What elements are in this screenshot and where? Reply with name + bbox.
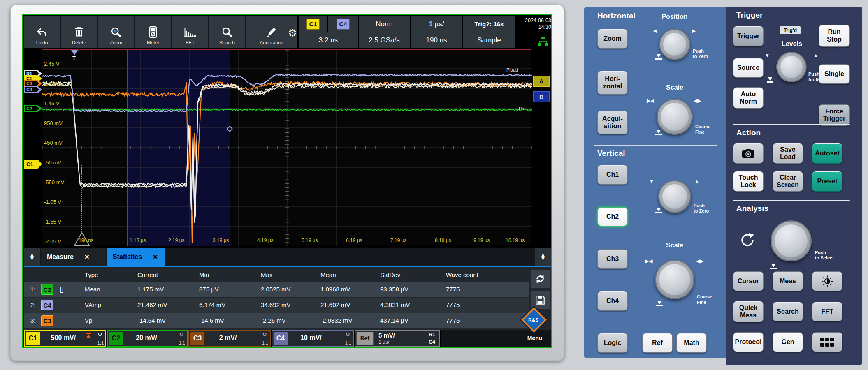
close-icon[interactable]: ✕ — [84, 253, 90, 261]
channel-bar-c2[interactable]: C2 20 mV/ Ω 1:1 — [107, 330, 188, 347]
search-button[interactable]: Search — [209, 16, 245, 48]
c2-waveform-tag[interactable]: C2 — [24, 105, 42, 112]
table-row[interactable]: 1: C2 [] Mean 1.175 mV 875 µV 2.0525 mV … — [24, 282, 529, 297]
c3-waveform-tag[interactable]: C3 — [24, 80, 42, 87]
delete-button[interactable]: Delete — [61, 16, 97, 48]
trigger-time-icon[interactable] — [71, 50, 78, 55]
waveform-display[interactable]: 2.45 V 1.95 V 1.45 V 950 mV 450 mV -50 m… — [42, 49, 531, 245]
screenshot-button[interactable] — [733, 143, 764, 164]
horizontal-scale-knob[interactable] — [657, 99, 693, 135]
meter-icon — [149, 26, 158, 38]
table-row[interactable]: 3: C3 Vp- -14.54 mV -14.6 mV -2.26 mV -2… — [24, 313, 529, 328]
update-statistics-button[interactable] — [531, 270, 550, 288]
reference-point-line — [81, 165, 82, 234]
save-statistics-button[interactable] — [531, 291, 550, 309]
v-label: -2.05 V — [44, 238, 61, 245]
channel-bar-c3[interactable]: C3 2 mV/ Ω 1:1 — [188, 330, 271, 347]
touch-lock-button[interactable]: Touch Lock — [733, 171, 764, 192]
run-stop-button[interactable]: Run Stop — [819, 25, 850, 47]
gear-icon[interactable]: ⚙ — [288, 27, 297, 39]
knob-hint: Push to Zero — [693, 49, 708, 59]
horizontal-position-knob[interactable] — [659, 29, 690, 60]
tab-expand-button[interactable]: ▲▼ — [535, 248, 551, 266]
source-button[interactable]: Source — [733, 58, 764, 78]
vertical-scale-knob[interactable] — [655, 260, 694, 299]
protocol-button[interactable]: Protocol — [733, 332, 764, 352]
analysis-navigation-knob[interactable] — [771, 220, 812, 261]
channel-bar-c1[interactable]: C1 500 mV/ Ω 1:1 — [24, 330, 106, 347]
save-load-button[interactable]: Save Load — [773, 143, 803, 164]
trigger-mode-cell[interactable]: Norm — [359, 16, 410, 32]
timebase-cell[interactable]: 1 µs/ — [411, 16, 462, 32]
quick-meas-button[interactable]: Quick Meas — [733, 301, 764, 322]
zone-b-badge[interactable]: B — [533, 91, 550, 102]
toolbar-label: Zoom — [110, 40, 123, 46]
ch4-badge: C4 — [337, 19, 350, 30]
clear-screen-button[interactable]: Clear Screen — [773, 171, 803, 192]
channel-bar-ref[interactable]: Ref 5 mV/ 1 µs/ R1 C4 — [355, 330, 440, 347]
acquisition-button[interactable]: Acqui- sition — [597, 111, 628, 134]
acquisition-mode-cell[interactable]: Sample — [463, 32, 515, 48]
zoom-panel-button[interactable]: Zoom — [597, 29, 628, 49]
sample-rate-cell[interactable]: 2.5 GSa/s — [359, 32, 410, 48]
cursor-button[interactable]: Cursor — [733, 271, 764, 291]
channel-bar-c4[interactable]: C4 10 mV/ Ω 1:1 — [272, 330, 354, 347]
updown-icon: ▲▼ — [30, 253, 35, 260]
table-row[interactable]: 2: C4 VAmp 21.462 mV 6.174 mV 34.692 mV … — [24, 298, 529, 313]
math-button[interactable]: Math — [676, 333, 707, 353]
ref-button[interactable]: Ref — [642, 333, 673, 353]
t-label: 10.19 µs — [506, 238, 525, 243]
undo-icon — [36, 27, 48, 38]
t-label: 3.19 µs — [213, 238, 229, 243]
t-label: 4.19 µs — [257, 238, 274, 243]
status-ch1-cell[interactable]: C1 — [299, 16, 327, 32]
force-trigger-button[interactable]: Force Trigger — [819, 104, 850, 126]
ch1-button[interactable]: Ch1 — [597, 165, 628, 185]
fft-button[interactable]: FFT — [172, 16, 208, 48]
auto-norm-button[interactable]: Auto Norm — [733, 87, 764, 109]
gen-button[interactable]: Gen — [773, 332, 803, 352]
single-button[interactable]: Single — [819, 64, 850, 84]
v-label: 1.45 V — [44, 100, 60, 106]
channel-badge: C2 — [109, 332, 123, 345]
ch2-button[interactable]: Ch2 — [597, 207, 628, 227]
meas-button[interactable]: Meas — [773, 271, 803, 291]
tab-statistics[interactable]: Statistics ✕ — [107, 248, 165, 266]
ch4-button[interactable]: Ch4 — [597, 291, 628, 311]
menu-button[interactable]: R&S Menu — [518, 308, 551, 347]
c4-waveform-tag[interactable]: C4 — [24, 86, 42, 93]
coupling-label: Ω — [179, 331, 183, 338]
divider — [733, 200, 850, 201]
close-icon[interactable]: ✕ — [153, 253, 158, 261]
arrow-down-icon: ▼ — [649, 178, 654, 184]
channel-badge: Ref — [356, 332, 374, 345]
intensity-button[interactable] — [812, 271, 842, 291]
fft-icon — [183, 27, 197, 38]
trigger-state-cell[interactable]: Trig?: 16s — [463, 16, 515, 32]
scale-knob-label: Scale — [646, 84, 703, 91]
fft-panel-button[interactable]: FFT — [812, 302, 842, 321]
acquisition-time-cell[interactable]: 190 ns — [411, 32, 462, 48]
zone-a-badge[interactable]: A — [533, 76, 550, 87]
logic-button[interactable]: Logic — [597, 333, 628, 353]
vertical-position-knob[interactable] — [658, 180, 691, 213]
undo-button[interactable]: Undo — [24, 16, 60, 48]
autoset-button[interactable]: Autoset — [812, 143, 842, 164]
meter-button[interactable]: Meter — [135, 16, 171, 48]
trigger-levels-knob[interactable] — [776, 52, 807, 82]
search-panel-button[interactable]: Search — [773, 302, 803, 321]
tab-measure[interactable]: Measure ✕ — [41, 248, 106, 266]
status-ch4-cell[interactable]: C4 — [328, 16, 358, 32]
oscilloscope-screen[interactable]: Undo Delete Zoom Meter FFT Search Annota… — [22, 14, 552, 348]
c1-main-waveform-tag[interactable]: C1 — [24, 160, 42, 169]
zoom-in-icon — [110, 26, 122, 38]
resolution-cell[interactable]: 3.2 ns — [299, 32, 358, 48]
preset-button[interactable]: Preset — [812, 171, 842, 192]
horizontal-button[interactable]: Hori- zontal — [597, 71, 628, 95]
channel-scale: 500 mV/ — [43, 334, 84, 342]
tab-collapse-button[interactable]: ▲▼ — [24, 248, 40, 266]
ch3-button[interactable]: Ch3 — [597, 249, 628, 269]
trigger-button[interactable]: Trigger — [733, 26, 764, 46]
apps-button[interactable] — [812, 332, 842, 352]
zoom-button[interactable]: Zoom — [98, 16, 134, 48]
